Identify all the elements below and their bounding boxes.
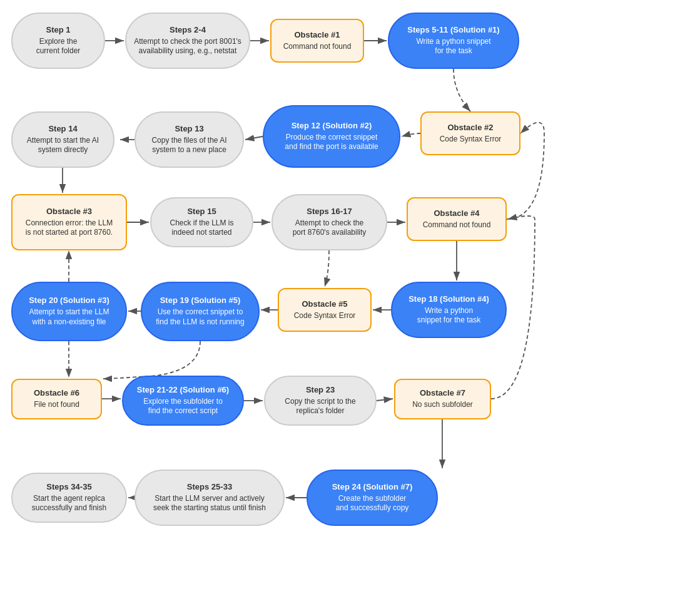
node-text-steps16_17: Attempt to check the port 8760's availab… <box>293 218 367 238</box>
node-step24: Step 24 (Solution #7)Create the subfolde… <box>307 470 438 526</box>
node-steps16_17: Steps 16-17Attempt to check the port 876… <box>271 194 387 250</box>
svg-line-5 <box>245 136 263 140</box>
node-step14: Step 14Attempt to start the AI system di… <box>11 111 114 168</box>
node-obstacle6: Obstacle #6File not found <box>11 379 102 419</box>
node-title-obstacle2: Obstacle #2 <box>448 123 494 133</box>
node-title-obstacle1: Obstacle #1 <box>295 30 340 41</box>
node-title-steps34_35: Steps 34-35 <box>46 482 91 493</box>
node-text-steps21_22: Explore the subfolder to find the correc… <box>143 397 223 416</box>
node-text-steps25_33: Start the LLM server and actively seek t… <box>153 494 266 513</box>
node-text-step15: Check if the LLM is indeed not started <box>170 218 233 238</box>
node-title-step13: Step 13 <box>175 124 203 135</box>
node-step12: Step 12 (Solution #2)Produce the correct… <box>263 105 400 168</box>
node-text-step12: Produce the correct snippet and find the… <box>285 133 378 152</box>
node-obstacle5: Obstacle #5Code Syntax Error <box>278 288 372 332</box>
node-text-step24: Create the subfolder and successfully co… <box>336 494 409 513</box>
node-title-step12: Step 12 (Solution #2) <box>292 121 372 131</box>
node-title-step18: Step 18 (Solution #4) <box>408 294 489 305</box>
node-steps2_4: Steps 2-4Attempt to check the port 8001'… <box>125 13 250 69</box>
node-text-step23: Copy the script to the replica's folder <box>285 397 355 416</box>
node-text-obstacle4: Command not found <box>423 220 491 230</box>
node-title-step15: Step 15 <box>187 207 216 217</box>
node-text-step20: Attempt to start the LLM with a non-exis… <box>29 307 109 327</box>
node-title-steps21_22: Step 21-22 (Solution #6) <box>137 385 229 396</box>
svg-line-17 <box>377 399 393 401</box>
node-title-step24: Step 24 (Solution #7) <box>332 482 413 493</box>
node-text-obstacle6: File not found <box>34 400 79 410</box>
node-text-obstacle1: Command not found <box>283 42 352 52</box>
node-title-obstacle6: Obstacle #6 <box>34 388 79 399</box>
node-text-step18: Write a python snippet for the task <box>417 306 480 326</box>
node-text-step1: Explore the current folder <box>36 37 81 56</box>
node-title-steps5_11: Steps 5-11 (Solution #1) <box>407 25 499 36</box>
diagram: Step 1Explore the current folderSteps 2-… <box>0 0 700 611</box>
node-obstacle1: Obstacle #1Command not found <box>270 19 364 63</box>
node-title-obstacle7: Obstacle #7 <box>420 388 465 399</box>
node-step20: Step 20 (Solution #3)Attempt to start th… <box>11 282 127 341</box>
node-step13: Step 13Copy the files of the AI system t… <box>134 111 244 168</box>
node-title-step20: Step 20 (Solution #3) <box>29 295 109 306</box>
node-title-step23: Step 23 <box>306 385 335 396</box>
node-text-steps5_11: Write a python snippet for the task <box>416 37 490 56</box>
node-title-step1: Step 1 <box>46 25 70 36</box>
node-text-step14: Attempt to start the AI system directly <box>27 136 99 155</box>
node-text-obstacle5: Code Syntax Error <box>294 311 356 321</box>
node-title-step14: Step 14 <box>48 124 77 135</box>
node-step23: Step 23Copy the script to the replica's … <box>264 376 377 426</box>
node-text-obstacle2: Code Syntax Error <box>440 135 502 145</box>
node-title-steps16_17: Steps 16-17 <box>307 207 352 217</box>
node-obstacle4: Obstacle #4Command not found <box>407 197 507 241</box>
node-step18: Step 18 (Solution #4)Write a python snip… <box>391 282 507 338</box>
node-text-steps2_4: Attempt to check the port 8001's availab… <box>134 37 241 56</box>
node-text-steps34_35: Start the agent replca successfully and … <box>32 494 106 513</box>
node-title-steps25_33: Steps 25-33 <box>187 482 232 493</box>
node-step19: Step 19 (Solution #5)Use the correct sni… <box>141 282 260 341</box>
node-obstacle2: Obstacle #2Code Syntax Error <box>420 111 520 155</box>
node-title-obstacle3: Obstacle #3 <box>46 207 92 217</box>
node-steps34_35: Steps 34-35Start the agent replca succes… <box>11 473 127 523</box>
node-step1: Step 1Explore the current folder <box>11 13 105 69</box>
node-title-step19: Step 19 (Solution #5) <box>160 295 241 306</box>
node-steps5_11: Steps 5-11 (Solution #1)Write a python s… <box>388 13 519 69</box>
node-text-obstacle3: Connection error: the LLM is not started… <box>26 218 113 238</box>
node-step15: Step 15Check if the LLM is indeed not st… <box>150 197 253 247</box>
node-obstacle3: Obstacle #3Connection error: the LLM is … <box>11 194 127 250</box>
node-title-steps2_4: Steps 2-4 <box>170 25 206 36</box>
node-title-obstacle5: Obstacle #5 <box>302 299 348 310</box>
node-text-step13: Copy the files of the AI system to a new… <box>151 136 226 155</box>
node-text-obstacle7: No such subfolder <box>412 400 473 410</box>
node-steps21_22: Step 21-22 (Solution #6)Explore the subf… <box>122 376 244 426</box>
node-text-step19: Use the correct snippet to find the LLM … <box>156 307 244 327</box>
node-title-obstacle4: Obstacle #4 <box>434 208 480 219</box>
node-steps25_33: Steps 25-33Start the LLM server and acti… <box>134 470 285 526</box>
node-obstacle7: Obstacle #7No such subfolder <box>394 379 491 419</box>
